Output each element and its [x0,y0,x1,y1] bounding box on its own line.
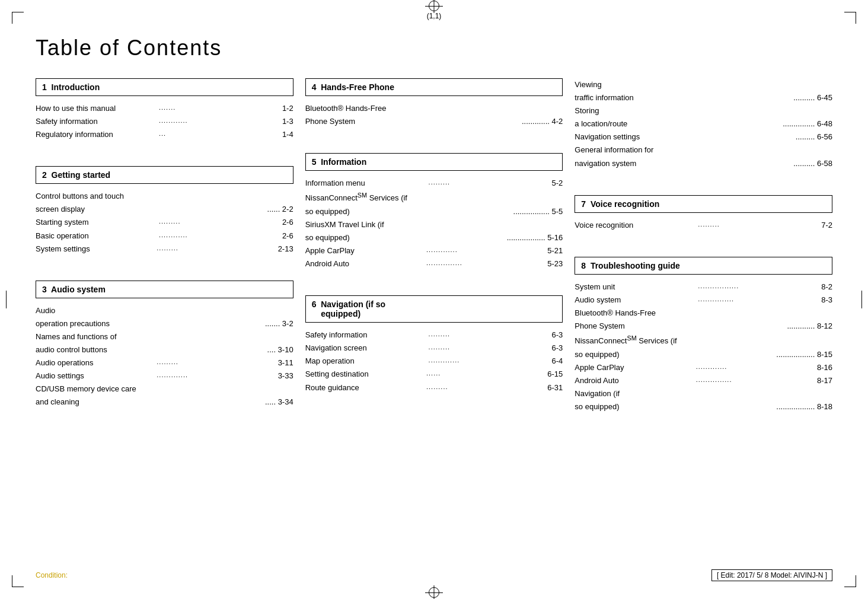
item-page: ................. 5-5 [511,205,563,218]
toc-item: System settings ......... 2-13 [36,243,293,256]
section-7: 7 Voice recognition Voice recognition ..… [575,195,832,244]
item-page: ..... 3-34 [263,396,293,409]
plain-item: Storinga location/route ............... … [575,104,832,130]
item-label: Map operation [305,355,425,368]
col-2: 4 Hands-Free Phone Bluetooth® Hands-Free… [305,78,563,438]
item-label: Bluetooth® Hands-FreePhone System [305,102,387,128]
toc-item: Navigation screen ......... 6-3 [305,342,563,355]
item-label: CD/USB memory device careand cleaning [36,383,136,409]
toc-item: Safety information ......... 6-3 [305,329,563,342]
item-page: .......... 6-58 [792,157,832,170]
toc-item-multiline: Bluetooth® Hands-FreePhone System ......… [575,307,832,333]
item-label: System settings [36,243,153,256]
col-3: Viewingtraffic information .......... 6-… [575,78,832,438]
item-page: 1-4 [282,128,293,141]
corner-mark-tr [844,12,856,24]
item-page: 2-6 [282,230,293,243]
item-label: Setting destination [305,368,423,381]
section-5: 5 Information Information menu .........… [305,153,563,282]
toc-item: Apple CarPlay ............. 5-21 [305,244,563,257]
item-page: .................. 8-15 [774,348,832,361]
section-6-cont-items: Viewingtraffic information .......... 6-… [575,78,832,170]
item-label: Regulatory information [36,128,155,141]
section-7-header: 7 Voice recognition [575,195,832,213]
item-page: ............... 6-48 [781,117,832,130]
toc-item: Android Auto ............... 8-17 [575,374,832,387]
section-8: 8 Troubleshooting guide System unit ....… [575,257,832,425]
item-label: Navigation (ifso equipped) [575,387,620,413]
plain-item: Navigation settings ......... 6-56 [575,130,832,144]
item-page: 6-15 [547,368,563,381]
toc-item: Information menu ......... 5-2 [305,177,563,190]
item-label: Voice recognition [575,219,694,232]
section-6-header: 6 Navigation (if so equipped) [305,295,563,323]
section-7-items: Voice recognition ......... 7-2 [575,219,832,232]
item-label: Basic operation [36,230,155,243]
item-page: 6-3 [552,342,563,355]
item-page: 8-17 [817,374,832,387]
item-page: 8-3 [821,294,832,307]
item-label: Storinga location/route [575,104,627,130]
section-8-header: 8 Troubleshooting guide [575,257,832,275]
item-label: Information menu [305,177,425,190]
side-mark-right [861,291,862,308]
item-label: Audio settings [36,369,153,383]
item-label: Navigation screen [305,342,425,355]
plain-item: General information fornavigation system… [575,144,832,170]
section-2-items: Control buttons and touchscreen display … [36,190,293,255]
page-ref: (1,1) [427,12,442,20]
toc-item: Route guidance ......... 6-31 [305,381,563,394]
section-2: 2 Getting started Control buttons and to… [36,166,293,267]
content-grid: 1 Introduction How to use this manual ..… [36,78,832,438]
item-page: ....... 3-2 [263,317,293,330]
toc-item-multiline: Control buttons and touchscreen display … [36,190,293,216]
item-page: .................. 8-18 [774,400,832,413]
toc-item-multiline: CD/USB memory device careand cleaning ..… [36,383,293,409]
toc-item: Apple CarPlay ............. 8-16 [575,361,832,374]
edit-info: [ Edit: 2017/ 5/ 8 Model: AIVINJ-N ] [711,569,832,581]
section-4-header: 4 Hands-Free Phone [305,78,563,96]
toc-item: System unit ................. 8-2 [575,281,832,294]
toc-item: Android Auto ............... 5-23 [305,257,563,270]
item-page: ......... 6-56 [793,130,832,144]
item-label: Names and functions ofaudio control butt… [36,330,117,356]
center-top-mark [425,6,443,7]
section-3: 3 Audio system Audiooperation precaution… [36,281,293,421]
item-label: Audio operations [36,356,153,369]
item-label: Navigation settings [575,130,640,144]
item-page: 6-3 [552,329,563,342]
condition-label: Condition: [36,571,68,579]
item-page: .... 3-10 [265,343,293,356]
section-5-header: 5 Information [305,153,563,171]
item-page: 3-33 [278,369,293,383]
toc-item-multiline: NissanConnectSM Services (ifso equipped)… [305,190,563,218]
item-label: Starting system [36,216,155,229]
section-4-items: Bluetooth® Hands-FreePhone System ......… [305,102,563,128]
toc-item-multiline: NissanConnectSM Services (ifso equipped)… [575,333,832,361]
toc-item-multiline: SiriusXM Travel Link (ifso equipped) ...… [305,218,563,244]
section-5-items: Information menu ......... 5-2 NissanCon… [305,177,563,270]
item-label: Audiooperation precautions [36,304,110,330]
item-page: 8-16 [817,361,832,374]
item-page: ............. 4-2 [519,115,563,128]
item-page: 6-31 [547,381,563,394]
item-label: Audio system [575,294,694,307]
item-page: ............. 8-12 [785,320,832,333]
section-1-header: 1 Introduction [36,78,293,96]
corner-mark-tl [12,12,24,24]
item-page: 8-2 [821,281,832,294]
col-1: 1 Introduction How to use this manual ..… [36,78,293,438]
side-mark-left [6,291,7,308]
item-label: System unit [575,281,694,294]
section-1-items: How to use this manual ....... 1-2 Safet… [36,102,293,141]
toc-item: Starting system ......... 2-6 [36,216,293,229]
item-label: Route guidance [305,381,423,394]
item-label: NissanConnectSM Services (ifso equipped) [575,333,676,361]
section-3-header: 3 Audio system [36,281,293,298]
section-4: 4 Hands-Free Phone Bluetooth® Hands-Free… [305,78,563,140]
item-page: 1-3 [282,115,293,128]
page-wrapper: (1,1) Table of Contents 1 Introduction H… [0,0,868,599]
item-label: Android Auto [305,257,423,270]
item-label: Android Auto [575,374,692,387]
item-page: .................. 5-16 [505,231,563,244]
